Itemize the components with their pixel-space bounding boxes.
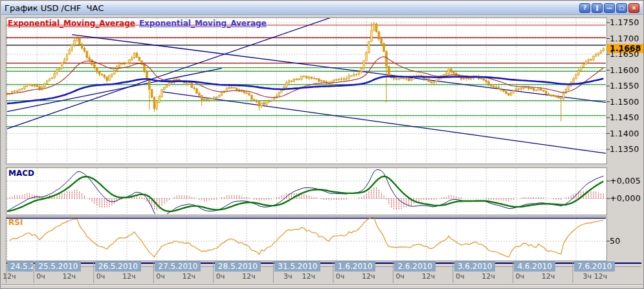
window-close-button[interactable]: × [628,3,639,13]
window-title: График USD /CHF ЧАС [5,3,104,13]
chart-window: Exponential_Moving_Average Exponential_M… [0,0,644,289]
bottom-strip [1,284,643,289]
chart-canvas[interactable] [1,1,644,289]
window-maximize-button[interactable]: □ [616,3,627,13]
window-help-button[interactable]: ? [579,3,590,13]
window-minimize-button[interactable]: — [604,3,615,13]
window-controls: ?‖—□× [579,3,639,13]
window-titlebar[interactable]: График USD /CHF ЧАС ?‖—□× [1,1,643,15]
window-pause-button[interactable]: ‖ [592,3,603,13]
